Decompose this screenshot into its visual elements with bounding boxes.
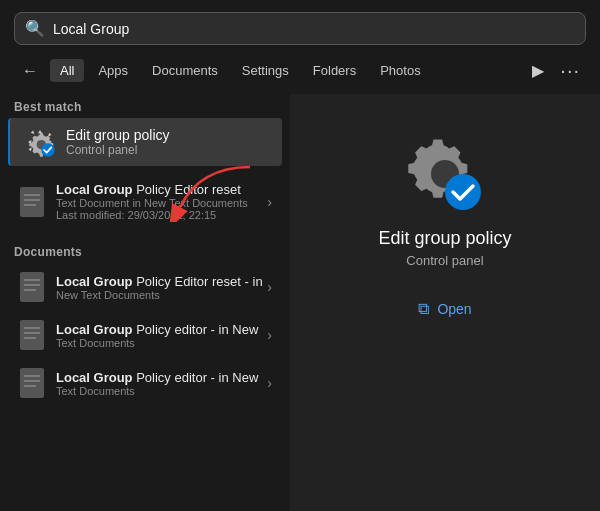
doc-text-2: Local Group Policy editor - in New Text … [56,322,258,349]
best-match-label: Best match [0,94,290,118]
svg-point-20 [445,174,481,210]
doc-icon-3 [18,319,46,351]
doc-meta-1: New Text Documents [56,289,263,301]
filter-tabs: ← All Apps Documents Settings Folders Ph… [0,55,600,94]
left-panel: Best match Edit group policy [0,94,290,511]
search-icon: 🔍 [25,19,45,38]
right-subtitle: Control panel [406,253,483,268]
first-doc-title: Local Group Policy Editor reset [56,182,248,197]
doc-item-1[interactable]: Local Group Policy Editor reset - in New… [4,263,286,311]
chevron-icon-2: › [267,279,272,295]
chevron-icon-1: › [267,194,272,210]
chevron-icon-4: › [267,375,272,391]
best-match-title: Edit group policy [66,127,170,143]
svg-rect-7 [20,272,44,302]
doc-item-3[interactable]: Local Group Policy editor - in New Text … [4,359,286,407]
svg-rect-15 [20,368,44,398]
back-button[interactable]: ← [14,58,46,84]
doc-title-2: Local Group Policy editor - in New [56,322,258,337]
open-button[interactable]: ⧉ Open [410,296,479,322]
doc-meta-3: Text Documents [56,385,258,397]
right-gear-icon [405,134,485,214]
doc-text-1: Local Group Policy Editor reset - in New… [56,274,263,301]
open-link-icon: ⧉ [418,300,429,318]
gear-icon [24,126,56,158]
right-panel: Edit group policy Control panel ⧉ Open [290,94,600,511]
first-doc-text: Local Group Policy Editor reset Text Doc… [56,182,248,221]
tab-photos[interactable]: Photos [370,59,430,82]
doc-icon-2 [18,271,46,303]
tab-apps[interactable]: Apps [88,59,138,82]
tab-folders[interactable]: Folders [303,59,366,82]
right-title: Edit group policy [378,228,511,249]
first-doc-item[interactable]: Local Group Policy Editor reset Text Doc… [4,174,286,229]
best-match-item[interactable]: Edit group policy Control panel [8,118,282,166]
open-label: Open [437,301,471,317]
doc-title-3: Local Group Policy editor - in New [56,370,258,385]
tab-all[interactable]: All [50,59,84,82]
doc-text-3: Local Group Policy editor - in New Text … [56,370,258,397]
doc-title-1: Local Group Policy Editor reset - in [56,274,263,289]
doc-icon-4 [18,367,46,399]
documents-section-label: Documents [0,239,290,263]
main-layout: Best match Edit group policy [0,94,600,511]
svg-rect-3 [20,187,44,217]
doc-icon-1 [18,186,46,218]
play-button[interactable]: ▶ [526,57,550,84]
svg-rect-11 [20,320,44,350]
best-match-text: Edit group policy Control panel [66,127,170,157]
chevron-icon-3: › [267,327,272,343]
search-bar: 🔍 Local Group [14,12,586,45]
first-doc-meta1: Text Document in New Text Documents [56,197,248,209]
first-doc-meta2: Last modified: 29/03/2022, 22:15 [56,209,248,221]
doc-meta-2: Text Documents [56,337,258,349]
best-match-subtitle: Control panel [66,143,170,157]
more-button[interactable]: ··· [554,55,586,86]
tab-documents[interactable]: Documents [142,59,228,82]
search-input[interactable]: Local Group [53,21,575,37]
doc-item-2[interactable]: Local Group Policy editor - in New Text … [4,311,286,359]
tab-settings[interactable]: Settings [232,59,299,82]
